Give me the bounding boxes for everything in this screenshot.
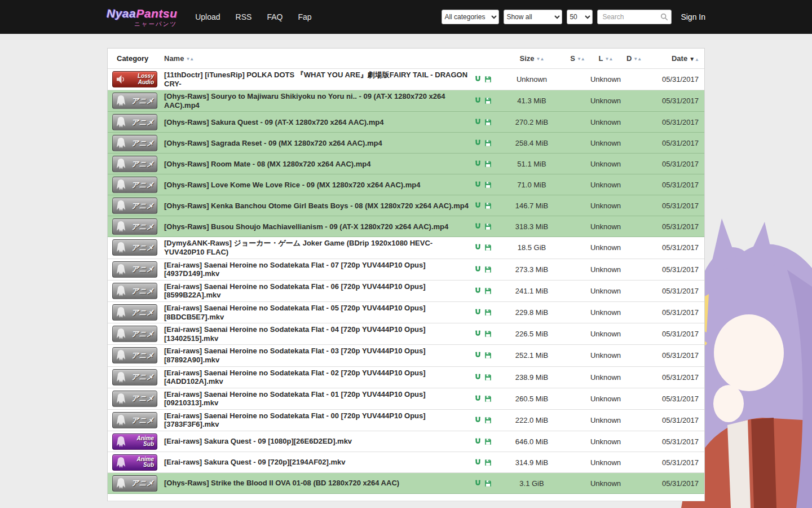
- torrent-name-link[interactable]: [11thDoctr] [iTunesRip] POLKA DOTS 『WHAT…: [164, 71, 467, 88]
- category-icon-lossy-audio[interactable]: LossyAudio: [112, 71, 157, 87]
- magnet-icon[interactable]: [474, 309, 482, 316]
- nav-link-upload[interactable]: Upload: [195, 12, 220, 21]
- magnet-icon[interactable]: [474, 395, 482, 402]
- category-icon-anime-raw[interactable]: アニメ: [112, 326, 157, 342]
- magnet-icon[interactable]: [474, 330, 482, 338]
- table-row[interactable]: アニメ [Dymy&ANK-Raws] ジョーカー・ゲーム Joker Game…: [108, 237, 704, 259]
- category-icon-anime-raw[interactable]: アニメ: [112, 198, 157, 214]
- table-row[interactable]: アニメ [Erai-raws] Saenai Heroine no Sodate…: [108, 302, 704, 323]
- category-icon-anime-raw[interactable]: アニメ: [112, 347, 157, 364]
- table-row[interactable]: アニメ [Erai-raws] Saenai Heroine no Sodate…: [108, 388, 704, 410]
- category-icon-anime-raw[interactable]: アニメ: [112, 475, 157, 492]
- torrent-name-link[interactable]: [Ohys-Raws] Room Mate - 08 (MX 1280x720 …: [164, 160, 371, 168]
- torrent-name-link[interactable]: [Ohys-Raws] Souryo to Majiwaru Shikiyoku…: [164, 92, 445, 110]
- torrent-name-link[interactable]: [Erai-raws] Saenai Heroine no Sodatekata…: [164, 390, 426, 408]
- table-row[interactable]: AnimeSub [Erai-raws] Sakura Quest - 09 […: [108, 452, 704, 473]
- download-torrent-icon[interactable]: [484, 438, 492, 445]
- download-torrent-icon[interactable]: [484, 459, 492, 466]
- category-filter-select[interactable]: All categories: [442, 10, 499, 24]
- download-torrent-icon[interactable]: [484, 244, 492, 251]
- download-torrent-icon[interactable]: [484, 266, 492, 273]
- table-row[interactable]: アニメ [Ohys-Raws] Kenka Banchou Otome Girl…: [108, 195, 704, 216]
- category-icon-anime-sub[interactable]: AnimeSub: [112, 454, 157, 471]
- header-size[interactable]: Size▼▲: [500, 54, 563, 63]
- category-icon-anime-raw[interactable]: アニメ: [112, 369, 157, 386]
- magnet-icon[interactable]: [474, 76, 482, 83]
- table-row[interactable]: AnimeSub [Erai-raws] Sakura Quest - 09 […: [108, 431, 704, 452]
- download-torrent-icon[interactable]: [484, 480, 492, 487]
- torrent-name-link[interactable]: [Ohys-Raws] Kenka Banchou Otome Girl Bea…: [164, 202, 469, 210]
- table-row[interactable]: アニメ [Ohys-Raws] Love Kome We Love Rice -…: [108, 174, 704, 195]
- torrent-name-link[interactable]: [Erai-raws] Saenai Heroine no Sodatekata…: [164, 347, 426, 364]
- torrent-name-link[interactable]: [Erai-raws] Saenai Heroine no Sodatekata…: [164, 261, 426, 278]
- category-icon-anime-raw[interactable]: アニメ: [112, 93, 157, 109]
- magnet-icon[interactable]: [474, 181, 482, 189]
- torrent-name-link[interactable]: [Ohys-Raws] Busou Shoujo Machiavellianis…: [164, 222, 448, 231]
- download-torrent-icon[interactable]: [484, 287, 492, 295]
- category-icon-anime-raw[interactable]: アニメ: [112, 261, 157, 278]
- torrent-name-link[interactable]: [Erai-raws] Sakura Quest - 09 [1080p][26…: [164, 437, 352, 445]
- magnet-icon[interactable]: [474, 287, 482, 295]
- download-torrent-icon[interactable]: [484, 417, 492, 424]
- magnet-icon[interactable]: [474, 374, 482, 381]
- torrent-name-link[interactable]: [Erai-raws] Saenai Heroine no Sodatekata…: [164, 325, 426, 343]
- download-torrent-icon[interactable]: [484, 119, 492, 126]
- nav-link-fap[interactable]: Fap: [298, 12, 311, 21]
- torrent-name-link[interactable]: [Ohys-Raws] Sagrada Reset - 09 (MX 1280x…: [164, 139, 382, 147]
- download-torrent-icon[interactable]: [484, 395, 492, 402]
- status-filter-select[interactable]: Show all: [504, 10, 562, 24]
- torrent-name-link[interactable]: [Erai-raws] Sakura Quest - 09 [720p][219…: [164, 458, 346, 466]
- category-icon-anime-raw[interactable]: アニメ: [112, 177, 157, 193]
- category-icon-anime-raw[interactable]: アニメ: [112, 239, 157, 256]
- table-row[interactable]: アニメ [Erai-raws] Saenai Heroine no Sodate…: [108, 259, 704, 281]
- table-row[interactable]: アニメ [Ohys-Raws] Strike the Blood II OVA …: [108, 473, 704, 494]
- magnet-icon[interactable]: [474, 223, 482, 230]
- torrent-name-link[interactable]: [Erai-raws] Saenai Heroine no Sodatekata…: [164, 411, 426, 429]
- download-torrent-icon[interactable]: [484, 76, 492, 83]
- torrent-name-link[interactable]: [Dymy&ANK-Raws] ジョーカー・ゲーム Joker Game (BD…: [164, 239, 433, 256]
- table-row[interactable]: アニメ [Erai-raws] Saenai Heroine no Sodate…: [108, 410, 704, 431]
- site-logo[interactable]: NyaaPantsu ニャーパンツ: [107, 7, 177, 27]
- category-icon-anime-raw[interactable]: アニメ: [112, 135, 157, 151]
- download-torrent-icon[interactable]: [484, 374, 492, 381]
- table-row[interactable]: アニメ [Ohys-Raws] Room Mate - 08 (MX 1280x…: [108, 154, 704, 174]
- download-torrent-icon[interactable]: [484, 139, 492, 147]
- magnet-icon[interactable]: [474, 139, 482, 147]
- torrent-name-link[interactable]: [Ohys-Raws] Strike the Blood II OVA 01-0…: [164, 479, 399, 487]
- magnet-icon[interactable]: [474, 97, 482, 104]
- category-icon-anime-sub[interactable]: AnimeSub: [112, 433, 157, 450]
- download-torrent-icon[interactable]: [484, 352, 492, 359]
- search-icon[interactable]: [660, 13, 668, 21]
- torrent-name-link[interactable]: [Erai-raws] Saenai Heroine no Sodatekata…: [164, 369, 426, 386]
- table-row[interactable]: アニメ [Ohys-Raws] Sakura Quest - 09 (AT-X …: [108, 112, 704, 133]
- category-icon-anime-raw[interactable]: アニメ: [112, 114, 157, 130]
- torrent-name-link[interactable]: [Erai-raws] Saenai Heroine no Sodatekata…: [164, 304, 426, 321]
- magnet-icon[interactable]: [474, 438, 482, 445]
- magnet-icon[interactable]: [474, 160, 482, 168]
- download-torrent-icon[interactable]: [484, 223, 492, 230]
- magnet-icon[interactable]: [474, 352, 482, 359]
- download-torrent-icon[interactable]: [484, 181, 492, 189]
- table-row[interactable]: LossyAudio [11thDoctr] [iTunesRip] POLKA…: [108, 69, 704, 90]
- category-icon-anime-raw[interactable]: アニメ: [112, 283, 157, 299]
- sign-in-link[interactable]: Sign In: [681, 12, 705, 21]
- table-row[interactable]: アニメ [Ohys-Raws] Souryo to Majiwaru Shiki…: [108, 90, 704, 112]
- magnet-icon[interactable]: [474, 119, 482, 126]
- torrent-name-link[interactable]: [Erai-raws] Saenai Heroine no Sodatekata…: [164, 282, 426, 300]
- table-row[interactable]: アニメ [Erai-raws] Saenai Heroine no Sodate…: [108, 367, 704, 388]
- header-leechers[interactable]: L▼▲: [592, 54, 620, 63]
- table-row[interactable]: アニメ [Erai-raws] Saenai Heroine no Sodate…: [108, 323, 704, 345]
- header-seeders[interactable]: S▼▲: [563, 54, 592, 63]
- category-icon-anime-raw[interactable]: アニメ: [112, 218, 157, 235]
- nav-link-rss[interactable]: RSS: [236, 12, 252, 21]
- torrent-name-link[interactable]: [Ohys-Raws] Love Kome We Love Rice - 09 …: [164, 181, 420, 189]
- category-icon-anime-raw[interactable]: アニメ: [112, 156, 157, 172]
- header-date[interactable]: Date▼▲: [648, 54, 704, 63]
- per-page-select[interactable]: 50: [567, 10, 593, 24]
- download-torrent-icon[interactable]: [484, 330, 492, 338]
- magnet-icon[interactable]: [474, 417, 482, 424]
- download-torrent-icon[interactable]: [484, 202, 492, 209]
- magnet-icon[interactable]: [474, 480, 482, 487]
- download-torrent-icon[interactable]: [484, 97, 492, 104]
- table-row[interactable]: アニメ [Erai-raws] Saenai Heroine no Sodate…: [108, 281, 704, 302]
